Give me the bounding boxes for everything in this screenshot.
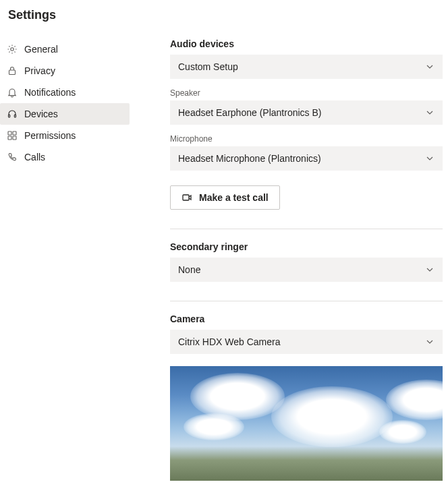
svg-rect-5 [13,131,16,135]
sidebar: General Privacy Notifications [0,38,130,168]
speaker-dropdown[interactable]: Headset Earphone (Plantronics B) [170,100,443,125]
gear-icon [7,44,18,55]
apps-icon [7,130,18,141]
svg-rect-2 [9,115,10,117]
sidebar-item-devices[interactable]: Devices [0,103,130,125]
sidebar-item-label: Calls [24,152,45,162]
sidebar-item-permissions[interactable]: Permissions [0,125,130,146]
chevron-down-icon [425,265,435,274]
svg-rect-7 [13,136,16,140]
secondary-ringer-heading: Secondary ringer [170,241,443,252]
svg-rect-6 [8,136,11,140]
dropdown-value: Custom Setup [178,61,238,72]
sidebar-item-privacy[interactable]: Privacy [0,60,130,82]
settings-layout: General Privacy Notifications [0,38,448,481]
svg-rect-1 [9,70,16,75]
camera-dropdown[interactable]: Citrix HDX Web Camera [170,330,443,354]
chevron-down-icon [425,108,435,117]
dropdown-value: Citrix HDX Web Camera [178,336,280,347]
audio-devices-heading: Audio devices [170,38,443,49]
svg-point-0 [11,48,13,51]
dropdown-value: Headset Microphone (Plantronics) [178,153,321,164]
audio-device-dropdown[interactable]: Custom Setup [170,55,443,79]
page-title: Settings [0,8,448,38]
sidebar-item-calls[interactable]: Calls [0,146,130,168]
sidebar-item-label: Devices [24,109,58,119]
sidebar-item-notifications[interactable]: Notifications [0,82,130,103]
microphone-label: Microphone [170,134,443,144]
secondary-ringer-dropdown[interactable]: None [170,258,443,282]
speaker-label: Speaker [170,88,443,98]
camera-preview [170,366,443,481]
sidebar-item-label: Notifications [24,87,76,98]
microphone-dropdown[interactable]: Headset Microphone (Plantronics) [170,146,443,171]
main-content: Audio devices Custom Setup Speaker Heads… [130,38,448,481]
svg-rect-3 [14,115,16,117]
sidebar-item-label: Privacy [24,65,55,76]
dropdown-value: None [178,264,200,275]
lock-icon [7,65,18,76]
phone-icon [7,152,18,162]
bell-icon [7,87,18,98]
chevron-down-icon [425,62,435,71]
sidebar-item-label: General [24,44,58,55]
svg-rect-8 [183,195,189,200]
chevron-down-icon [425,154,435,163]
chevron-down-icon [425,337,435,347]
sidebar-item-general[interactable]: General [0,38,130,60]
headphones-icon [7,109,18,119]
test-call-icon [181,192,192,203]
divider [170,301,443,301]
svg-rect-4 [8,131,11,135]
dropdown-value: Headset Earphone (Plantronics B) [178,107,321,118]
divider [170,229,443,229]
sidebar-item-label: Permissions [24,130,76,141]
make-test-call-button[interactable]: Make a test call [170,185,280,210]
button-label: Make a test call [199,192,269,203]
camera-heading: Camera [170,314,443,324]
